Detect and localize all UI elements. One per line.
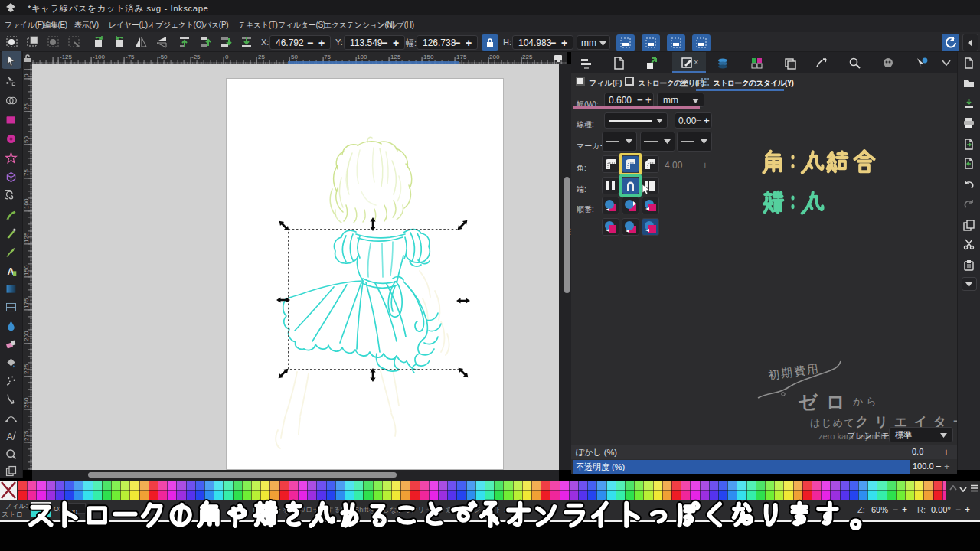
svg-text:A: A [7, 431, 14, 442]
